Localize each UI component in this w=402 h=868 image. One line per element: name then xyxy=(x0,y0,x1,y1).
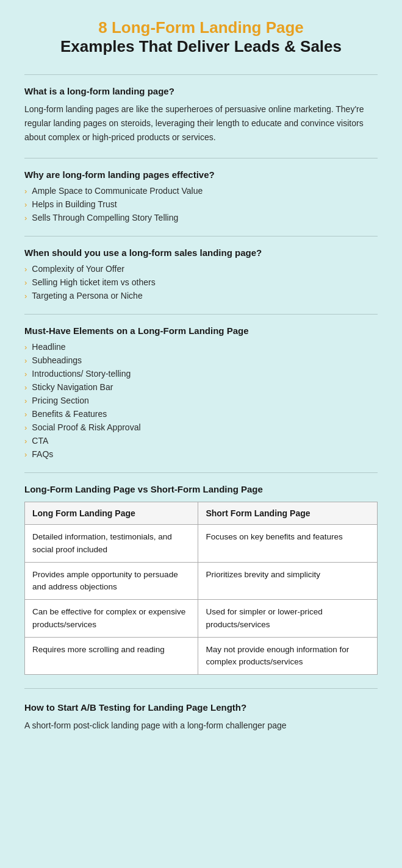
section-ab-body: A short-form post-click landing page wit… xyxy=(24,719,378,733)
list-item-label: Sticky Navigation Bar xyxy=(32,382,113,392)
col2-header: Short Form Landing Page xyxy=(198,502,378,525)
list-item: › Ample Space to Communicate Product Val… xyxy=(24,186,378,196)
table-cell-col2: Used for simpler or lower-priced product… xyxy=(198,600,378,638)
table-header-row: Long Form Landing Page Short Form Landin… xyxy=(25,502,378,525)
table-cell-col1: Requires more scrolling and reading xyxy=(25,637,198,675)
table-row: Can be effective for complex or expensiv… xyxy=(25,600,378,638)
table-row: Provides ample opportunity to persuade a… xyxy=(25,562,378,600)
table-cell-col2: Prioritizes brevity and simplicity xyxy=(198,562,378,600)
chevron-icon: › xyxy=(24,369,27,379)
table-cell-col1: Detailed information, testimonials, and … xyxy=(25,525,198,563)
comparison-table: Long Form Landing Page Short Form Landin… xyxy=(24,502,378,675)
list-item-label: Helps in Building Trust xyxy=(32,199,117,209)
comparison-title: Long-Form Landing Page vs Short-Form Lan… xyxy=(24,484,378,494)
table-row: Requires more scrolling and readingMay n… xyxy=(25,637,378,675)
table-cell-col1: Can be effective for complex or expensiv… xyxy=(25,600,198,638)
list-item-label: FAQs xyxy=(32,449,53,459)
table-cell-col2: Focuses on key benefits and features xyxy=(198,525,378,563)
header-title-line2: Examples That Deliver Leads & Sales xyxy=(24,37,378,56)
table-row: Detailed information, testimonials, and … xyxy=(25,525,378,563)
list-item-label: Selling High ticket item vs others xyxy=(32,277,155,287)
list-item-label: Pricing Section xyxy=(32,396,88,405)
list-item-label: Targeting a Persona or Niche xyxy=(32,291,142,301)
list-item: › Pricing Section xyxy=(24,396,378,405)
list-item: › Introductions/ Story-telling xyxy=(24,369,378,379)
chevron-icon: › xyxy=(24,410,27,419)
chevron-icon: › xyxy=(24,383,27,392)
list-item: › CTA xyxy=(24,436,378,446)
list-item: › Social Proof & Risk Approval xyxy=(24,422,378,432)
list-item-label: Introductions/ Story-telling xyxy=(32,369,131,379)
section-when-heading: When should you use a long-form sales la… xyxy=(24,247,378,258)
list-item: › Benefits & Features xyxy=(24,409,378,419)
section-why-heading: Why are long-form landing pages effectiv… xyxy=(24,169,378,180)
list-item: › Selling High ticket item vs others xyxy=(24,277,378,287)
list-item-label: Social Proof & Risk Approval xyxy=(32,422,140,432)
chevron-icon: › xyxy=(24,265,27,274)
divider-3 xyxy=(24,236,378,237)
chevron-icon: › xyxy=(24,343,27,352)
list-item-label: CTA xyxy=(32,436,48,446)
divider-6 xyxy=(24,688,378,689)
page-header: 8 Long-Form Landing Page Examples That D… xyxy=(24,18,378,56)
chevron-icon: › xyxy=(24,200,27,209)
list-item: › Subheadings xyxy=(24,355,378,365)
list-item: › Sells Through Compelling Story Telling xyxy=(24,213,378,222)
table-cell-col1: Provides ample opportunity to persuade a… xyxy=(25,562,198,600)
list-item: › Targeting a Persona or Niche xyxy=(24,291,378,301)
chevron-icon: › xyxy=(24,187,27,196)
list-item: › Helps in Building Trust xyxy=(24,199,378,209)
col1-header: Long Form Landing Page xyxy=(25,502,198,525)
divider-5 xyxy=(24,472,378,473)
chevron-icon: › xyxy=(24,396,27,405)
chevron-icon: › xyxy=(24,291,27,301)
chevron-icon: › xyxy=(24,436,27,446)
list-item: › FAQs xyxy=(24,449,378,459)
list-item-label: Subheadings xyxy=(32,355,82,365)
section-what: What is a long-form landing page? Long-f… xyxy=(24,86,378,144)
list-item: › Complexity of Your Offer xyxy=(24,264,378,274)
section-ab-heading: How to Start A/B Testing for Landing Pag… xyxy=(24,702,378,713)
divider-1 xyxy=(24,74,378,75)
list-item-label: Benefits & Features xyxy=(32,409,107,419)
section-what-heading: What is a long-form landing page? xyxy=(24,86,378,96)
chevron-icon: › xyxy=(24,423,27,432)
section-ab: How to Start A/B Testing for Landing Pag… xyxy=(24,702,378,733)
list-item-label: Headline xyxy=(32,342,65,352)
chevron-icon: › xyxy=(24,356,27,365)
list-item: › Headline xyxy=(24,342,378,352)
section-elements: Must-Have Elements on a Long-Form Landin… xyxy=(24,326,378,459)
section-what-body: Long-form landing pages are like the sup… xyxy=(24,102,378,144)
list-item: › Sticky Navigation Bar xyxy=(24,382,378,392)
list-item-label: Ample Space to Communicate Product Value xyxy=(32,186,203,196)
divider-2 xyxy=(24,158,378,158)
section-why: Why are long-form landing pages effectiv… xyxy=(24,169,378,222)
list-item-label: Sells Through Compelling Story Telling xyxy=(32,213,178,222)
list-item-label: Complexity of Your Offer xyxy=(32,264,124,274)
chevron-icon: › xyxy=(24,213,27,222)
section-when: When should you use a long-form sales la… xyxy=(24,247,378,301)
divider-4 xyxy=(24,314,378,315)
section-elements-heading: Must-Have Elements on a Long-Form Landin… xyxy=(24,326,378,336)
section-comparison: Long-Form Landing Page vs Short-Form Lan… xyxy=(24,484,378,675)
chevron-icon: › xyxy=(24,450,27,459)
chevron-icon: › xyxy=(24,278,27,287)
table-cell-col2: May not provide enough information for c… xyxy=(198,637,378,675)
header-title-line1: 8 Long-Form Landing Page xyxy=(24,18,378,37)
